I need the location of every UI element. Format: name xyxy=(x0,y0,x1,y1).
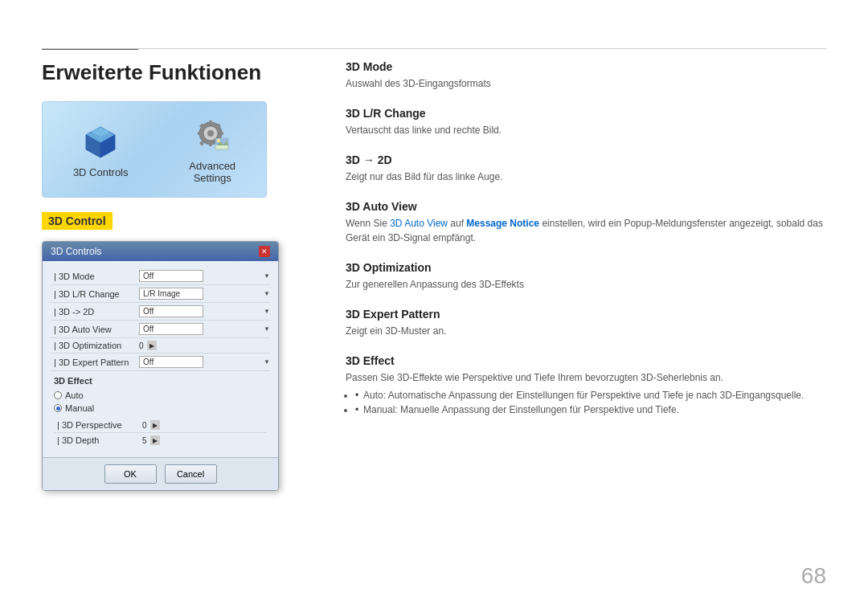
stepper-depth-value: 5 xyxy=(142,436,147,445)
stepper-3d-optimization[interactable]: 0 ▶ xyxy=(139,341,157,350)
row-value-3d-optimization[interactable]: 0 ▶ xyxy=(139,341,270,350)
row-value-3d-mode[interactable]: Off ▼ xyxy=(139,270,270,282)
feature-3d-effect-title: 3D Effect xyxy=(346,354,826,367)
effect-title: 3D Effect xyxy=(54,376,267,386)
left-column: Erweiterte Funktionen 3D xyxy=(42,60,299,491)
dialog-box: 3D Controls ✕ | 3D Mode Off ▼ | 3D L/R C… xyxy=(42,241,279,491)
dialog-row-3d-expert-pattern: | 3D Expert Pattern Off ▼ xyxy=(51,353,270,371)
radio-auto-label: Auto xyxy=(65,390,84,400)
feature-3d-effect-bullets: Auto: Automatische Anpassung der Einstel… xyxy=(346,390,826,415)
auto-view-blue-1: 3D Auto View xyxy=(390,218,448,229)
stepper-value: 0 xyxy=(139,341,144,350)
svg-rect-10 xyxy=(198,132,202,135)
feature-3d-lr-desc: Vertauscht das linke und rechte Bild. xyxy=(346,123,826,137)
menu-item-3d-controls-label: 3D Controls xyxy=(73,166,129,178)
bullet-auto-text: : Automatische Anpassung der Einstellung… xyxy=(383,390,805,401)
dialog-body: | 3D Mode Off ▼ | 3D L/R Change L/R Imag… xyxy=(43,261,278,457)
row-value-3d-auto-view[interactable]: Off ▼ xyxy=(139,323,270,335)
stepper-perspective-right[interactable]: ▶ xyxy=(150,420,160,430)
feature-3d-effect-desc: Passen Sie 3D-Effekte wie Perspektive un… xyxy=(346,370,826,385)
dropdown-3d-mode[interactable]: Off xyxy=(139,270,203,282)
menu-item-advanced-settings-label: AdvancedSettings xyxy=(189,160,235,184)
row-label-3d-optimization: | 3D Optimization xyxy=(51,341,139,350)
bullet-manual-label: Manual xyxy=(363,404,395,415)
row-value-3d-lr[interactable]: L/R Image ▼ xyxy=(139,288,270,300)
svg-point-19 xyxy=(217,139,220,142)
row-label-3d-depth: | 3D Depth xyxy=(54,435,142,445)
dialog-close-button[interactable]: ✕ xyxy=(259,246,270,257)
dialog-row-3d-depth: | 3D Depth 5 ▶ xyxy=(54,433,267,447)
svg-rect-11 xyxy=(219,132,223,135)
stepper-3d-perspective[interactable]: 0 ▶ xyxy=(142,420,160,430)
feature-3d-mode: 3D Mode Auswahl des 3D-Eingangsformats xyxy=(346,60,826,91)
row-label-3d-perspective: | 3D Perspective xyxy=(54,420,142,430)
feature-3d-to-2d-title: 3D → 2D xyxy=(346,153,826,166)
page-title: Erweiterte Funktionen xyxy=(42,60,299,85)
row-value-3d-to-2d[interactable]: Off ▼ xyxy=(139,305,270,317)
dialog-row-3d-mode: | 3D Mode Off ▼ xyxy=(51,268,270,285)
bullet-auto-label: Auto xyxy=(363,390,383,401)
dialog-cancel-button[interactable]: Cancel xyxy=(165,464,217,484)
row-value-3d-expert[interactable]: Off ▼ xyxy=(139,356,270,368)
feature-3d-optimization-title: 3D Optimization xyxy=(346,261,826,274)
bullet-manual-text: : Manuelle Anpassung der Einstellungen f… xyxy=(395,404,679,415)
dialog-title: 3D Controls xyxy=(51,246,101,257)
feature-3d-optimization: 3D Optimization Zur generellen Anpassung… xyxy=(346,261,826,292)
dialog-row-3d-lr-change: | 3D L/R Change L/R Image ▼ xyxy=(51,285,270,303)
dropdown-3d-lr[interactable]: L/R Image xyxy=(139,288,203,300)
feature-3d-auto-view-title: 3D Auto View xyxy=(346,200,826,213)
menu-icons-box: 3D Controls xyxy=(42,101,267,198)
feature-3d-auto-view: 3D Auto View Wenn Sie 3D Auto View auf M… xyxy=(346,200,826,245)
feature-3d-mode-desc: Auswahl des 3D-Eingangsformats xyxy=(346,76,826,91)
stepper-depth-right[interactable]: ▶ xyxy=(150,435,160,445)
feature-3d-expert-title: 3D Expert Pattern xyxy=(346,308,826,321)
row-label-3d-mode: | 3D Mode xyxy=(51,272,139,281)
page-container: Erweiterte Funktionen 3D xyxy=(0,0,868,613)
dialog-row-3d-optimization: | 3D Optimization 0 ▶ xyxy=(51,338,270,353)
feature-3d-lr-title: 3D L/R Change xyxy=(346,107,826,120)
cube-icon xyxy=(80,121,121,161)
feature-3d-to-2d: 3D → 2D Zeigt nur das Bild für das linke… xyxy=(346,153,826,184)
dialog-row-3d-to-2d: | 3D -> 2D Off ▼ xyxy=(51,303,270,321)
auto-view-blue-2: Message Notice xyxy=(466,218,539,229)
feature-3d-to-2d-desc: Zeigt nur das Bild für das linke Auge. xyxy=(346,170,826,184)
row-label-3d-auto-view: | 3D Auto View xyxy=(51,325,139,334)
row-value-3d-perspective[interactable]: 0 ▶ xyxy=(142,420,267,430)
page-number: 68 xyxy=(801,563,826,589)
menu-item-3d-controls[interactable]: 3D Controls xyxy=(73,121,129,178)
bullet-manual: Manual: Manuelle Anpassung der Einstellu… xyxy=(355,404,826,415)
feature-3d-expert-pattern: 3D Expert Pattern Zeigt ein 3D-Muster an… xyxy=(346,308,826,338)
radio-auto[interactable]: Auto xyxy=(54,389,267,402)
section-label: 3D Control xyxy=(42,212,113,230)
svg-rect-8 xyxy=(209,121,212,125)
stepper-right-btn[interactable]: ▶ xyxy=(147,341,157,350)
menu-item-advanced-settings[interactable]: AdvancedSettings xyxy=(189,115,235,184)
radio-manual[interactable]: Manual xyxy=(54,402,267,415)
gear-icon xyxy=(192,115,232,155)
radio-manual-label: Manual xyxy=(65,403,94,413)
dialog-row-3d-perspective: | 3D Perspective 0 ▶ xyxy=(54,418,267,433)
row-value-3d-depth[interactable]: 5 ▶ xyxy=(142,435,267,445)
svg-rect-9 xyxy=(209,142,212,146)
dialog-title-bar: 3D Controls ✕ xyxy=(43,242,278,261)
effect-section: 3D Effect Auto Manual | 3D Perspective xyxy=(51,371,270,451)
feature-3d-lr-change: 3D L/R Change Vertauscht das linke und r… xyxy=(346,107,826,137)
radio-auto-circle[interactable] xyxy=(54,391,62,399)
feature-3d-auto-view-desc: Wenn Sie 3D Auto View auf Message Notice… xyxy=(346,216,826,245)
dropdown-3d-auto-view[interactable]: Off xyxy=(139,323,203,335)
top-line xyxy=(42,48,826,49)
dropdown-3d-to-2d[interactable]: Off xyxy=(139,305,203,317)
dropdown-3d-expert[interactable]: Off xyxy=(139,356,203,368)
stepper-3d-depth[interactable]: 5 ▶ xyxy=(142,435,160,445)
svg-point-7 xyxy=(207,130,214,137)
dialog-ok-button[interactable]: OK xyxy=(104,464,157,484)
feature-3d-expert-desc: Zeigt ein 3D-Muster an. xyxy=(346,324,826,338)
dialog-buttons: OK Cancel xyxy=(43,457,278,490)
feature-3d-effect: 3D Effect Passen Sie 3D-Effekte wie Pers… xyxy=(346,354,826,415)
bullet-auto: Auto: Automatische Anpassung der Einstel… xyxy=(355,390,826,401)
row-label-3d-to-2d: | 3D -> 2D xyxy=(51,307,139,317)
manual-section: | 3D Perspective 0 ▶ | 3D Depth xyxy=(54,418,267,447)
dialog-row-3d-auto-view: | 3D Auto View Off ▼ xyxy=(51,321,270,338)
radio-manual-circle[interactable] xyxy=(54,404,62,412)
row-label-3d-lr-change: | 3D L/R Change xyxy=(51,289,139,299)
